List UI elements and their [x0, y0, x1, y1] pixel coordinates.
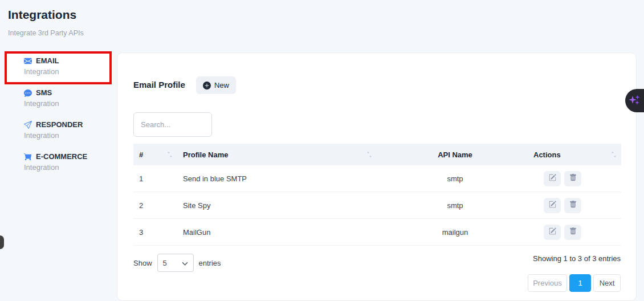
table-info-text: Showing 1 to 3 of 3 entries [533, 254, 621, 263]
sidebar-item-sms[interactable]: SMS Integration [24, 88, 112, 108]
edit-icon [549, 174, 556, 183]
ai-assistant-button[interactable] [625, 89, 644, 112]
show-label: Show [133, 259, 152, 267]
page-size-control: Show 5 entries [133, 254, 221, 272]
sidebar-item-email-sublabel: Integration [24, 67, 112, 76]
row-api-name: mailgun [377, 228, 533, 237]
row-number: 2 [133, 201, 177, 210]
sidebar-item-email-label: EMAIL [24, 56, 112, 65]
row-actions [533, 171, 621, 186]
sparkles-icon [629, 93, 641, 109]
page-subtitle: Integrate 3rd Party APIs [8, 29, 84, 37]
chevron-down-icon [182, 259, 188, 267]
pagination: Previous 1 Next [528, 274, 621, 292]
row-profile-name: Site Spy [177, 201, 377, 210]
sidebar-item-responder[interactable]: RESPONDER Integration [24, 120, 112, 140]
edit-icon [549, 227, 556, 237]
sidebar-item-responder-sublabel: Integration [24, 131, 112, 140]
row-api-name: smtp [377, 201, 533, 210]
sidebar-item-sms-sublabel: Integration [24, 99, 112, 108]
row-actions [533, 225, 621, 240]
page-title: Integrations [8, 8, 76, 22]
table-header-row: # Profile Name API Name Actions [133, 144, 621, 165]
search-input[interactable] [133, 112, 212, 137]
sidebar-item-ecommerce[interactable]: E-COMMERCE Integration [24, 152, 112, 172]
trash-icon [569, 174, 577, 183]
trash-icon [569, 227, 577, 237]
sidebar-item-ecommerce-sublabel: Integration [24, 163, 112, 172]
next-page-button[interactable]: Next [593, 274, 621, 292]
edit-icon [549, 201, 556, 210]
paper-plane-icon [24, 121, 32, 129]
panel-heading: Email Profile [133, 80, 185, 90]
edit-button[interactable] [544, 198, 561, 213]
table-row: 1 Send in blue SMTP smtp [133, 165, 621, 192]
previous-page-button[interactable]: Previous [528, 274, 567, 292]
left-drawer-handle[interactable] [0, 235, 4, 249]
new-profile-button[interactable]: New [196, 76, 236, 94]
current-page-button[interactable]: 1 [569, 274, 591, 292]
row-profile-name: Send in blue SMTP [177, 174, 377, 183]
column-header-actions[interactable]: Actions [533, 144, 621, 165]
sidebar-item-sms-label: SMS [24, 88, 112, 97]
new-button-label: New [214, 81, 229, 90]
row-actions [533, 198, 621, 213]
sidebar-item-responder-label: RESPONDER [24, 120, 112, 129]
row-api-name: smtp [377, 174, 533, 183]
chat-sms-icon [24, 89, 32, 97]
edit-button[interactable] [544, 171, 561, 186]
entries-label: entries [199, 259, 221, 267]
sort-icon [611, 151, 617, 158]
sort-icon [167, 151, 173, 158]
edit-button[interactable] [544, 225, 561, 240]
sidebar-item-email[interactable]: EMAIL Integration [24, 56, 112, 76]
email-profiles-table: # Profile Name API Name Actions [133, 144, 621, 246]
cart-icon [24, 153, 32, 161]
sidebar-item-ecommerce-label: E-COMMERCE [24, 152, 112, 161]
table-row: 3 MailGun mailgun [133, 219, 621, 246]
row-number: 1 [133, 174, 177, 183]
column-header-number[interactable]: # [133, 144, 177, 165]
column-header-profile-name[interactable]: Profile Name [177, 144, 377, 165]
delete-button[interactable] [564, 198, 581, 213]
sort-icon [366, 151, 372, 158]
page-size-value: 5 [163, 259, 167, 267]
integrations-sidebar: EMAIL Integration SMS Integration RESPON… [0, 50, 117, 301]
trash-icon [569, 201, 577, 210]
table-row: 2 Site Spy smtp [133, 192, 621, 219]
page-size-select[interactable]: 5 [157, 254, 194, 272]
envelope-icon [24, 57, 32, 65]
email-profile-card: Email Profile New # Profile Name API [117, 52, 637, 301]
column-header-api-name: API Name [377, 144, 533, 165]
delete-button[interactable] [564, 225, 581, 240]
row-profile-name: MailGun [177, 228, 377, 237]
row-number: 3 [133, 228, 177, 237]
delete-button[interactable] [564, 171, 581, 186]
plus-circle-icon [203, 82, 211, 90]
